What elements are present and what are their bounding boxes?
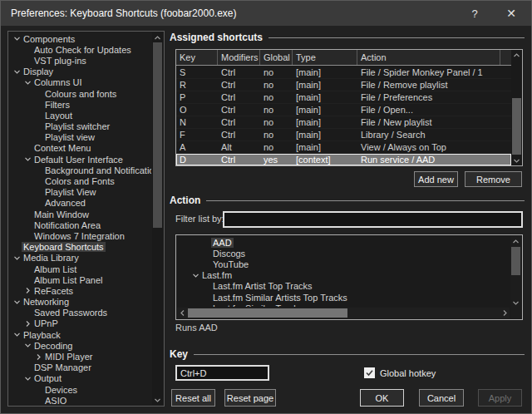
- tree-item-playlist-view[interactable]: Playlist View: [9, 187, 151, 198]
- cell-global: no: [260, 91, 293, 103]
- tree-item-refacets[interactable]: ReFacets: [9, 285, 151, 296]
- shortcut-row-r[interactable]: RCtrlno[main]File / Remove playlist: [176, 79, 511, 91]
- tree-scrollbar[interactable]: [152, 32, 163, 405]
- tree-item-colours-and-fonts[interactable]: Colours and fonts: [9, 88, 151, 99]
- tree-item-album-list-panel[interactable]: Album List Panel: [9, 274, 151, 285]
- shortcut-row-f[interactable]: FCtrlno[main]Library / Search: [176, 129, 511, 141]
- tree-item-album-list[interactable]: Album List: [9, 264, 151, 274]
- tree-item-youtube[interactable]: YouTube: [177, 259, 510, 269]
- column-header-modifiers[interactable]: Modifiers: [218, 50, 260, 65]
- chevron-down-icon[interactable]: [12, 68, 22, 76]
- help-button[interactable]: ?: [460, 1, 490, 26]
- tree-item-decoding[interactable]: Decoding: [9, 340, 151, 351]
- shortcut-row-a[interactable]: AAltno[main]View / Always on Top: [176, 141, 511, 154]
- tree-item-midi-player[interactable]: MIDI Player: [9, 351, 151, 362]
- tree-item-default-user-interface[interactable]: Default User Interface: [9, 154, 151, 165]
- tree-item-last-fm[interactable]: Last.fm: [177, 270, 510, 281]
- key-input[interactable]: [175, 365, 269, 381]
- chevron-down-icon[interactable]: [190, 272, 200, 279]
- shortcut-row-d[interactable]: DCtrlyes[context]Run service / AAD: [176, 154, 511, 165]
- tree-item-vst-plug-ins[interactable]: VST plug-ins: [9, 55, 151, 66]
- cell-key: A: [176, 141, 218, 153]
- scroll-down-icon[interactable]: [511, 155, 522, 165]
- tree-item-asio[interactable]: ASIO: [9, 395, 151, 405]
- cancel-button[interactable]: Cancel: [419, 389, 464, 407]
- scroll-up-icon[interactable]: [152, 32, 163, 42]
- tree-item-label: Playlist View: [43, 187, 98, 197]
- shortcut-row-p[interactable]: PCtrlno[main]File / Preferences: [176, 91, 511, 104]
- scroll-right-icon[interactable]: [500, 308, 510, 318]
- tree-item-keyboard-shortcuts[interactable]: Keyboard Shortcuts: [9, 242, 151, 253]
- action-scrollbar-thumb[interactable]: [511, 247, 520, 275]
- tree-item-dsp-manager[interactable]: DSP Manager: [9, 362, 151, 373]
- tree-item-columns-ui[interactable]: Columns UI: [9, 77, 151, 88]
- scroll-down-icon[interactable]: [152, 395, 163, 405]
- tree-item-advanced[interactable]: Advanced: [9, 198, 151, 209]
- tree-item-output[interactable]: Output: [9, 373, 151, 384]
- chevron-down-icon[interactable]: [12, 298, 22, 306]
- chevron-right-icon[interactable]: [33, 353, 43, 361]
- tree-item-main-window[interactable]: Main Window: [9, 209, 151, 219]
- column-header-global[interactable]: Global: [260, 50, 293, 65]
- tree-item-discogs[interactable]: Discogs: [177, 248, 510, 259]
- shortcut-row-n[interactable]: NCtrlno[main]File / New playlist: [176, 116, 511, 129]
- close-icon: ✕: [506, 7, 516, 20]
- chevron-down-icon[interactable]: [22, 155, 32, 163]
- tree-item-last-fm-similar-tracks[interactable]: Last.fm Similar Tracks: [177, 303, 510, 307]
- chevron-down-icon[interactable]: [12, 254, 22, 262]
- tree-item-playback[interactable]: Playback: [9, 329, 151, 340]
- chevron-right-icon[interactable]: [22, 287, 32, 294]
- tree-item-media-library[interactable]: Media Library: [9, 253, 151, 264]
- chevron-down-icon[interactable]: [22, 342, 32, 349]
- tree-item-windows-7-integration[interactable]: Windows 7 Integration: [9, 230, 151, 241]
- reset-page-button[interactable]: Reset page: [224, 389, 276, 407]
- reset-all-button[interactable]: Reset all: [171, 389, 215, 407]
- tree-item-saved-passwords[interactable]: Saved Passwords: [9, 308, 151, 318]
- filter-input[interactable]: [223, 211, 523, 228]
- tree-item-components[interactable]: Components: [9, 33, 151, 44]
- chevron-down-icon[interactable]: [22, 375, 32, 382]
- tree-item-playlist-view[interactable]: Playlist view: [9, 132, 151, 143]
- tree-item-filters[interactable]: Filters: [9, 99, 151, 110]
- tree-item-devices[interactable]: Devices: [9, 384, 151, 395]
- shortcut-row-s[interactable]: SCtrlno[main]File / Spider Monkey Panel …: [176, 67, 511, 79]
- scroll-left-icon[interactable]: [177, 308, 187, 318]
- tree-item-label: Album List Panel: [32, 275, 105, 285]
- scroll-up-icon[interactable]: [511, 50, 522, 60]
- shortcut-row-o[interactable]: OCtrlno[main]File / Open...: [176, 104, 511, 116]
- action-hscrollbar-thumb[interactable]: [188, 308, 347, 318]
- table-scrollbar-thumb[interactable]: [512, 98, 521, 155]
- action-list-hscrollbar[interactable]: [177, 308, 510, 318]
- tree-item-last-fm-artist-top-tracks[interactable]: Last.fm Artist Top Tracks: [177, 281, 510, 292]
- scroll-up-icon[interactable]: [510, 236, 521, 246]
- add-new-button[interactable]: Add new: [414, 171, 458, 187]
- tree-item-colors-and-fonts[interactable]: Colors and Fonts: [9, 175, 151, 186]
- tree-item-upnp[interactable]: UPnP: [9, 318, 151, 329]
- tree-item-auto-check-for-updates[interactable]: Auto Check for Updates: [9, 44, 151, 55]
- column-header-type[interactable]: Type: [293, 50, 357, 65]
- tree-item-display[interactable]: Display: [9, 67, 151, 77]
- column-header-action[interactable]: Action: [357, 50, 500, 65]
- remove-button[interactable]: Remove: [465, 171, 522, 187]
- column-header-filler: [500, 50, 511, 65]
- tree-item-networking[interactable]: Networking: [9, 297, 151, 308]
- global-hotkey-checkbox[interactable]: Global hotkey: [364, 367, 436, 379]
- scroll-down-icon[interactable]: [510, 298, 521, 308]
- tree-scrollbar-thumb[interactable]: [153, 42, 162, 228]
- tree-item-layout[interactable]: Layout: [9, 110, 151, 121]
- chevron-down-icon[interactable]: [22, 79, 32, 86]
- column-header-key[interactable]: Key: [176, 50, 218, 65]
- ok-button[interactable]: OK: [360, 389, 404, 407]
- tree-item-playlist-switcher[interactable]: Playlist switcher: [9, 121, 151, 132]
- chevron-down-icon[interactable]: [12, 331, 22, 338]
- tree-item-context-menu[interactable]: Context Menu: [9, 143, 151, 154]
- tree-item-background-and-notifications[interactable]: Background and Notifications: [9, 165, 151, 175]
- chevron-down-icon[interactable]: [12, 35, 22, 42]
- tree-item-notification-area[interactable]: Notification Area: [9, 219, 151, 230]
- action-list-scrollbar[interactable]: [510, 236, 521, 308]
- tree-item-last-fm-similar-artists-top-tracks[interactable]: Last.fm Similar Artists Top Tracks: [177, 292, 510, 303]
- close-button[interactable]: ✕: [495, 1, 528, 26]
- chevron-right-icon[interactable]: [22, 320, 32, 328]
- table-scrollbar[interactable]: [511, 50, 522, 165]
- tree-item-aad[interactable]: AAD: [177, 237, 510, 248]
